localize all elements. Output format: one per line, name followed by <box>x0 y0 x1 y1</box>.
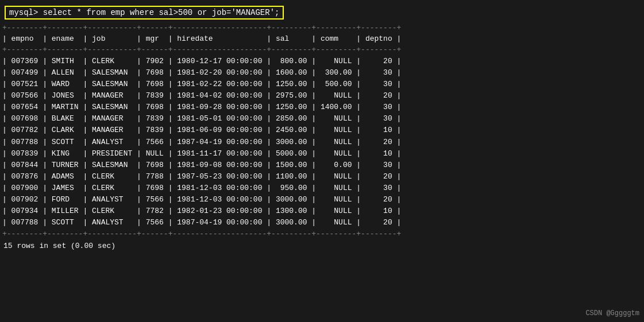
table-row: | 007566 | JONES | MANAGER | 7839 | 1981… <box>2 90 642 102</box>
table-row: | 007844 | TURNER | SALESMAN | 7698 | 19… <box>2 160 642 171</box>
watermark: CSDN @Gggggtm <box>585 309 639 317</box>
table-body: | 007369 | SMITH | CLERK | 7902 | 1980-1… <box>2 56 642 229</box>
table-row: | 007499 | ALLEN | SALESMAN | 7698 | 198… <box>2 67 642 79</box>
table-row: | 007934 | MILLER | CLERK | 7782 | 1982-… <box>2 205 642 217</box>
table-row: | 007900 | JAMES | CLERK | 7698 | 1981-1… <box>2 183 642 194</box>
table-header: | empno | ename | job | mgr | hiredate |… <box>2 33 642 45</box>
divider-bot: +--------+--------+-----------+------+--… <box>2 229 642 239</box>
table-row: | 007369 | SMITH | CLERK | 7902 | 1980-1… <box>2 56 642 67</box>
table-row: | 007839 | KING | PRESIDENT | NULL | 198… <box>2 148 642 160</box>
divider-top: +--------+--------+-----------+------+--… <box>2 23 642 33</box>
table-row: | 007902 | FORD | ANALYST | 7566 | 1981-… <box>2 194 642 205</box>
table-row: | 007521 | WARD | SALESMAN | 7698 | 1981… <box>2 79 642 90</box>
table-row: | 007788 | SCOTT | ANALYST | 7566 | 1987… <box>2 217 642 228</box>
table-row: | 007698 | BLAKE | MANAGER | 7839 | 1981… <box>2 113 642 125</box>
query-line: mysql> select * from emp where sal>500 o… <box>2 5 642 21</box>
table-row: | 007788 | SCOTT | ANALYST | 7566 | 1987… <box>2 137 642 148</box>
table-row: | 007782 | CLARK | MANAGER | 7839 | 1981… <box>2 125 642 136</box>
result-summary: 15 rows in set (0.00 sec) <box>2 242 642 250</box>
table-row: | 007876 | ADAMS | CLERK | 7788 | 1987-0… <box>2 171 642 183</box>
sql-query: mysql> select * from emp where sal>500 o… <box>5 6 284 20</box>
terminal-window: mysql> select * from emp where sal>500 o… <box>0 0 644 322</box>
table-row: | 007654 | MARTIN | SALESMAN | 7698 | 19… <box>2 102 642 113</box>
divider-mid: +--------+--------+-----------+------+--… <box>2 45 642 55</box>
